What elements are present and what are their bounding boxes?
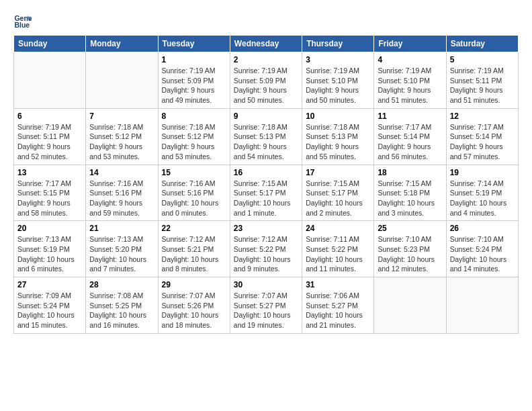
day-detail: Sunrise: 7:17 AMSunset: 5:14 PMDaylight:… (450, 122, 515, 162)
calendar-header-row: SundayMondayTuesdayWednesdayThursdayFrid… (14, 36, 519, 52)
day-number: 31 (306, 280, 370, 289)
day-number: 3 (306, 55, 370, 64)
calendar-week-row: 1Sunrise: 7:19 AMSunset: 5:09 PMDaylight… (14, 52, 519, 109)
calendar-cell: 27Sunrise: 7:09 AMSunset: 5:24 PMDayligh… (14, 277, 86, 334)
day-detail: Sunrise: 7:13 AMSunset: 5:19 PMDaylight:… (17, 234, 82, 274)
day-detail: Sunrise: 7:11 AMSunset: 5:22 PMDaylight:… (306, 234, 370, 274)
day-detail: Sunrise: 7:18 AMSunset: 5:13 PMDaylight:… (234, 122, 298, 162)
day-number: 13 (17, 168, 82, 177)
day-detail: Sunrise: 7:18 AMSunset: 5:12 PMDaylight:… (89, 122, 154, 162)
day-number: 23 (234, 224, 298, 233)
day-number: 10 (306, 111, 370, 121)
page-header: General Blue (13, 11, 519, 30)
calendar-cell: 15Sunrise: 7:16 AMSunset: 5:16 PMDayligh… (158, 165, 230, 221)
day-number: 29 (162, 280, 226, 289)
calendar-cell: 22Sunrise: 7:12 AMSunset: 5:21 PMDayligh… (158, 221, 230, 277)
calendar-week-row: 27Sunrise: 7:09 AMSunset: 5:24 PMDayligh… (14, 277, 519, 334)
calendar-cell: 5Sunrise: 7:19 AMSunset: 5:11 PMDaylight… (446, 52, 518, 109)
day-detail: Sunrise: 7:06 AMSunset: 5:27 PMDaylight:… (306, 291, 370, 330)
day-number: 27 (17, 280, 82, 289)
calendar-cell: 28Sunrise: 7:08 AMSunset: 5:25 PMDayligh… (86, 277, 158, 334)
day-number: 24 (306, 224, 370, 233)
day-number: 5 (450, 55, 515, 64)
calendar-cell: 16Sunrise: 7:15 AMSunset: 5:17 PMDayligh… (230, 165, 302, 221)
day-number: 21 (89, 224, 154, 233)
day-detail: Sunrise: 7:15 AMSunset: 5:18 PMDaylight:… (378, 179, 442, 218)
day-number: 2 (234, 55, 298, 64)
day-detail: Sunrise: 7:14 AMSunset: 5:19 PMDaylight:… (450, 179, 515, 218)
day-detail: Sunrise: 7:15 AMSunset: 5:17 PMDaylight:… (306, 179, 370, 218)
day-detail: Sunrise: 7:15 AMSunset: 5:17 PMDaylight:… (234, 179, 298, 218)
calendar-cell: 29Sunrise: 7:07 AMSunset: 5:26 PMDayligh… (158, 277, 230, 334)
calendar-cell: 4Sunrise: 7:19 AMSunset: 5:10 PMDaylight… (374, 52, 446, 109)
calendar-cell: 14Sunrise: 7:16 AMSunset: 5:16 PMDayligh… (86, 165, 158, 221)
calendar-week-row: 13Sunrise: 7:17 AMSunset: 5:15 PMDayligh… (14, 165, 519, 221)
day-detail: Sunrise: 7:19 AMSunset: 5:10 PMDaylight:… (378, 66, 442, 105)
calendar-cell (374, 277, 446, 334)
day-number: 11 (378, 111, 442, 121)
day-detail: Sunrise: 7:09 AMSunset: 5:24 PMDaylight:… (17, 291, 82, 330)
calendar-cell: 25Sunrise: 7:10 AMSunset: 5:23 PMDayligh… (374, 221, 446, 277)
day-number: 20 (17, 224, 82, 233)
day-number: 1 (162, 55, 226, 64)
calendar-header-monday: Monday (86, 36, 158, 52)
day-number: 15 (162, 168, 226, 177)
calendar-cell: 30Sunrise: 7:07 AMSunset: 5:27 PMDayligh… (230, 277, 302, 334)
calendar-cell: 8Sunrise: 7:18 AMSunset: 5:12 PMDaylight… (158, 108, 230, 165)
calendar-cell: 9Sunrise: 7:18 AMSunset: 5:13 PMDaylight… (230, 108, 302, 165)
calendar-header-saturday: Saturday (446, 36, 518, 52)
day-detail: Sunrise: 7:16 AMSunset: 5:16 PMDaylight:… (162, 179, 226, 218)
calendar-week-row: 20Sunrise: 7:13 AMSunset: 5:19 PMDayligh… (14, 221, 519, 277)
calendar-cell: 23Sunrise: 7:12 AMSunset: 5:22 PMDayligh… (230, 221, 302, 277)
day-detail: Sunrise: 7:12 AMSunset: 5:21 PMDaylight:… (162, 234, 226, 274)
day-detail: Sunrise: 7:08 AMSunset: 5:25 PMDaylight:… (89, 291, 154, 330)
calendar-header-friday: Friday (374, 36, 446, 52)
day-detail: Sunrise: 7:19 AMSunset: 5:10 PMDaylight:… (306, 66, 370, 105)
calendar-cell: 7Sunrise: 7:18 AMSunset: 5:12 PMDaylight… (86, 108, 158, 165)
day-number: 14 (89, 168, 154, 177)
calendar-cell: 6Sunrise: 7:19 AMSunset: 5:11 PMDaylight… (14, 108, 86, 165)
calendar-header-sunday: Sunday (14, 36, 86, 52)
calendar-cell: 3Sunrise: 7:19 AMSunset: 5:10 PMDaylight… (302, 52, 374, 109)
calendar-cell: 20Sunrise: 7:13 AMSunset: 5:19 PMDayligh… (14, 221, 86, 277)
day-number: 6 (17, 111, 82, 121)
day-number: 19 (450, 168, 515, 177)
calendar-cell (86, 52, 158, 109)
calendar-cell: 18Sunrise: 7:15 AMSunset: 5:18 PMDayligh… (374, 165, 446, 221)
calendar-cell: 2Sunrise: 7:19 AMSunset: 5:09 PMDaylight… (230, 52, 302, 109)
day-detail: Sunrise: 7:13 AMSunset: 5:20 PMDaylight:… (89, 234, 154, 274)
day-detail: Sunrise: 7:17 AMSunset: 5:15 PMDaylight:… (17, 179, 82, 218)
calendar-week-row: 6Sunrise: 7:19 AMSunset: 5:11 PMDaylight… (14, 108, 519, 165)
day-detail: Sunrise: 7:10 AMSunset: 5:24 PMDaylight:… (450, 234, 515, 274)
day-number: 30 (234, 280, 298, 289)
day-number: 22 (162, 224, 226, 233)
day-number: 4 (378, 55, 442, 64)
calendar-header-tuesday: Tuesday (158, 36, 230, 52)
day-detail: Sunrise: 7:19 AMSunset: 5:09 PMDaylight:… (162, 66, 226, 105)
day-detail: Sunrise: 7:07 AMSunset: 5:27 PMDaylight:… (234, 291, 298, 330)
logo: General Blue (13, 11, 35, 30)
calendar-table: SundayMondayTuesdayWednesdayThursdayFrid… (13, 35, 519, 334)
calendar-cell: 21Sunrise: 7:13 AMSunset: 5:20 PMDayligh… (86, 221, 158, 277)
calendar-cell: 24Sunrise: 7:11 AMSunset: 5:22 PMDayligh… (302, 221, 374, 277)
calendar-cell: 19Sunrise: 7:14 AMSunset: 5:19 PMDayligh… (446, 165, 518, 221)
day-detail: Sunrise: 7:17 AMSunset: 5:14 PMDaylight:… (378, 122, 442, 162)
day-number: 17 (306, 168, 370, 177)
day-detail: Sunrise: 7:19 AMSunset: 5:11 PMDaylight:… (17, 122, 82, 162)
calendar-header-thursday: Thursday (302, 36, 374, 52)
day-number: 9 (234, 111, 298, 121)
day-detail: Sunrise: 7:19 AMSunset: 5:09 PMDaylight:… (234, 66, 298, 105)
day-detail: Sunrise: 7:18 AMSunset: 5:12 PMDaylight:… (162, 122, 226, 162)
calendar-cell (446, 277, 518, 334)
day-number: 16 (234, 168, 298, 177)
svg-text:Blue: Blue (14, 21, 30, 29)
day-detail: Sunrise: 7:16 AMSunset: 5:16 PMDaylight:… (89, 179, 154, 218)
calendar-cell: 26Sunrise: 7:10 AMSunset: 5:24 PMDayligh… (446, 221, 518, 277)
calendar-cell: 1Sunrise: 7:19 AMSunset: 5:09 PMDaylight… (158, 52, 230, 109)
day-detail: Sunrise: 7:07 AMSunset: 5:26 PMDaylight:… (162, 291, 226, 330)
calendar-cell: 11Sunrise: 7:17 AMSunset: 5:14 PMDayligh… (374, 108, 446, 165)
day-number: 8 (162, 111, 226, 121)
day-number: 7 (89, 111, 154, 121)
day-detail: Sunrise: 7:10 AMSunset: 5:23 PMDaylight:… (378, 234, 442, 274)
calendar-cell (14, 52, 86, 109)
